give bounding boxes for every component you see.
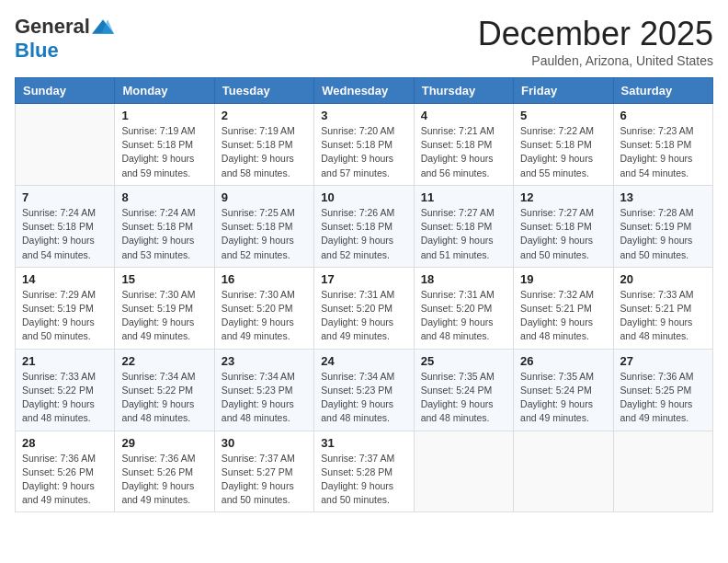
- calendar-cell: 31Sunrise: 7:37 AMSunset: 5:28 PMDayligh…: [314, 431, 414, 512]
- weekday-header-wednesday: Wednesday: [314, 78, 414, 104]
- calendar-cell: 14Sunrise: 7:29 AMSunset: 5:19 PMDayligh…: [16, 267, 115, 349]
- calendar-cell: [613, 431, 712, 512]
- week-row-2: 7Sunrise: 7:24 AMSunset: 5:18 PMDaylight…: [16, 185, 713, 267]
- logo-icon: [92, 17, 114, 36]
- day-number: 4: [421, 109, 506, 122]
- weekday-header-sunday: Sunday: [16, 78, 115, 104]
- calendar-cell: 24Sunrise: 7:34 AMSunset: 5:23 PMDayligh…: [314, 349, 414, 431]
- day-info: Sunrise: 7:19 AMSunset: 5:18 PMDaylight:…: [222, 124, 307, 180]
- calendar-cell: 4Sunrise: 7:21 AMSunset: 5:18 PMDaylight…: [414, 104, 513, 186]
- day-number: 7: [22, 190, 108, 204]
- calendar-cell: 9Sunrise: 7:25 AMSunset: 5:18 PMDaylight…: [214, 185, 313, 267]
- weekday-header-row: SundayMondayTuesdayWednesdayThursdayFrid…: [16, 78, 713, 104]
- weekday-header-saturday: Saturday: [613, 78, 712, 104]
- day-number: 5: [520, 109, 606, 122]
- title-block: December 2025 Paulden, Arizona, United S…: [478, 15, 713, 68]
- calendar-cell: [414, 431, 513, 512]
- day-number: 31: [321, 436, 406, 450]
- day-number: 13: [620, 190, 706, 204]
- calendar-cell: 7Sunrise: 7:24 AMSunset: 5:18 PMDaylight…: [16, 185, 115, 267]
- day-info: Sunrise: 7:37 AMSunset: 5:28 PMDaylight:…: [321, 452, 406, 508]
- calendar-cell: 19Sunrise: 7:32 AMSunset: 5:21 PMDayligh…: [514, 267, 613, 349]
- week-row-1: 1Sunrise: 7:19 AMSunset: 5:18 PMDaylight…: [16, 104, 713, 186]
- day-info: Sunrise: 7:20 AMSunset: 5:18 PMDaylight:…: [321, 124, 406, 180]
- day-info: Sunrise: 7:37 AMSunset: 5:27 PMDaylight:…: [222, 452, 307, 508]
- calendar-cell: 2Sunrise: 7:19 AMSunset: 5:18 PMDaylight…: [214, 104, 313, 186]
- day-number: 29: [121, 436, 207, 450]
- day-number: 20: [620, 272, 706, 286]
- day-info: Sunrise: 7:27 AMSunset: 5:18 PMDaylight:…: [421, 206, 506, 262]
- calendar-cell: 8Sunrise: 7:24 AMSunset: 5:18 PMDaylight…: [115, 185, 214, 267]
- day-number: 6: [620, 109, 706, 122]
- weekday-header-monday: Monday: [115, 78, 214, 104]
- day-info: Sunrise: 7:34 AMSunset: 5:23 PMDaylight:…: [321, 370, 406, 426]
- week-row-5: 28Sunrise: 7:36 AMSunset: 5:26 PMDayligh…: [16, 431, 713, 512]
- calendar-cell: 1Sunrise: 7:19 AMSunset: 5:18 PMDaylight…: [115, 104, 214, 186]
- calendar-cell: 10Sunrise: 7:26 AMSunset: 5:18 PMDayligh…: [314, 185, 414, 267]
- day-info: Sunrise: 7:36 AMSunset: 5:26 PMDaylight:…: [121, 452, 207, 508]
- day-number: 21: [22, 354, 108, 368]
- calendar-cell: 16Sunrise: 7:30 AMSunset: 5:20 PMDayligh…: [214, 267, 313, 349]
- day-number: 22: [121, 354, 207, 368]
- day-number: 26: [520, 354, 606, 368]
- calendar-cell: 22Sunrise: 7:34 AMSunset: 5:22 PMDayligh…: [115, 349, 214, 431]
- calendar-cell: 15Sunrise: 7:30 AMSunset: 5:19 PMDayligh…: [115, 267, 214, 349]
- calendar-cell: 30Sunrise: 7:37 AMSunset: 5:27 PMDayligh…: [214, 431, 313, 512]
- day-number: 14: [22, 272, 108, 286]
- day-info: Sunrise: 7:21 AMSunset: 5:18 PMDaylight:…: [421, 124, 506, 180]
- day-info: Sunrise: 7:35 AMSunset: 5:24 PMDaylight:…: [421, 370, 506, 426]
- calendar-cell: 11Sunrise: 7:27 AMSunset: 5:18 PMDayligh…: [414, 185, 513, 267]
- logo-blue: Blue: [15, 39, 59, 62]
- day-info: Sunrise: 7:22 AMSunset: 5:18 PMDaylight:…: [520, 124, 606, 180]
- calendar-cell: 29Sunrise: 7:36 AMSunset: 5:26 PMDayligh…: [115, 431, 214, 512]
- day-info: Sunrise: 7:35 AMSunset: 5:24 PMDaylight:…: [520, 370, 606, 426]
- day-info: Sunrise: 7:32 AMSunset: 5:21 PMDaylight:…: [520, 288, 606, 344]
- day-number: 25: [421, 354, 506, 368]
- day-number: 24: [321, 354, 406, 368]
- day-number: 27: [620, 354, 706, 368]
- week-row-3: 14Sunrise: 7:29 AMSunset: 5:19 PMDayligh…: [16, 267, 713, 349]
- day-number: 30: [222, 436, 307, 450]
- calendar-cell: [16, 104, 115, 186]
- calendar-cell: 3Sunrise: 7:20 AMSunset: 5:18 PMDaylight…: [314, 104, 414, 186]
- calendar-cell: 27Sunrise: 7:36 AMSunset: 5:25 PMDayligh…: [613, 349, 712, 431]
- calendar-cell: 20Sunrise: 7:33 AMSunset: 5:21 PMDayligh…: [613, 267, 712, 349]
- day-info: Sunrise: 7:28 AMSunset: 5:19 PMDaylight:…: [620, 206, 706, 262]
- calendar-cell: 23Sunrise: 7:34 AMSunset: 5:23 PMDayligh…: [214, 349, 313, 431]
- day-info: Sunrise: 7:31 AMSunset: 5:20 PMDaylight:…: [321, 288, 406, 344]
- day-info: Sunrise: 7:36 AMSunset: 5:25 PMDaylight:…: [620, 370, 706, 426]
- logo: General Blue: [15, 15, 114, 63]
- day-info: Sunrise: 7:30 AMSunset: 5:19 PMDaylight:…: [121, 288, 207, 344]
- day-number: 17: [321, 272, 406, 286]
- week-row-4: 21Sunrise: 7:33 AMSunset: 5:22 PMDayligh…: [16, 349, 713, 431]
- day-number: 19: [520, 272, 606, 286]
- day-number: 8: [121, 190, 207, 204]
- day-info: Sunrise: 7:33 AMSunset: 5:21 PMDaylight:…: [620, 288, 706, 344]
- day-number: 23: [222, 354, 307, 368]
- day-number: 9: [222, 190, 307, 204]
- day-info: Sunrise: 7:25 AMSunset: 5:18 PMDaylight:…: [222, 206, 307, 262]
- day-info: Sunrise: 7:34 AMSunset: 5:22 PMDaylight:…: [121, 370, 207, 426]
- month-title: December 2025: [478, 15, 713, 53]
- day-info: Sunrise: 7:19 AMSunset: 5:18 PMDaylight:…: [121, 124, 207, 180]
- calendar-cell: 17Sunrise: 7:31 AMSunset: 5:20 PMDayligh…: [314, 267, 414, 349]
- calendar-cell: 21Sunrise: 7:33 AMSunset: 5:22 PMDayligh…: [16, 349, 115, 431]
- calendar-cell: 26Sunrise: 7:35 AMSunset: 5:24 PMDayligh…: [514, 349, 613, 431]
- calendar-cell: 6Sunrise: 7:23 AMSunset: 5:18 PMDaylight…: [613, 104, 712, 186]
- day-number: 1: [121, 109, 207, 122]
- calendar-cell: 28Sunrise: 7:36 AMSunset: 5:26 PMDayligh…: [16, 431, 115, 512]
- day-info: Sunrise: 7:24 AMSunset: 5:18 PMDaylight:…: [121, 206, 207, 262]
- calendar-table: SundayMondayTuesdayWednesdayThursdayFrid…: [15, 77, 713, 512]
- calendar-cell: 5Sunrise: 7:22 AMSunset: 5:18 PMDaylight…: [514, 104, 613, 186]
- calendar-cell: 25Sunrise: 7:35 AMSunset: 5:24 PMDayligh…: [414, 349, 513, 431]
- calendar-cell: 12Sunrise: 7:27 AMSunset: 5:18 PMDayligh…: [514, 185, 613, 267]
- day-number: 15: [121, 272, 207, 286]
- page-header: General Blue December 2025 Paulden, Ariz…: [15, 15, 713, 68]
- day-info: Sunrise: 7:23 AMSunset: 5:18 PMDaylight:…: [620, 124, 706, 180]
- weekday-header-tuesday: Tuesday: [214, 78, 313, 104]
- day-info: Sunrise: 7:27 AMSunset: 5:18 PMDaylight:…: [520, 206, 606, 262]
- day-info: Sunrise: 7:33 AMSunset: 5:22 PMDaylight:…: [22, 370, 108, 426]
- weekday-header-friday: Friday: [514, 78, 613, 104]
- day-number: 11: [421, 190, 506, 204]
- day-info: Sunrise: 7:24 AMSunset: 5:18 PMDaylight:…: [22, 206, 108, 262]
